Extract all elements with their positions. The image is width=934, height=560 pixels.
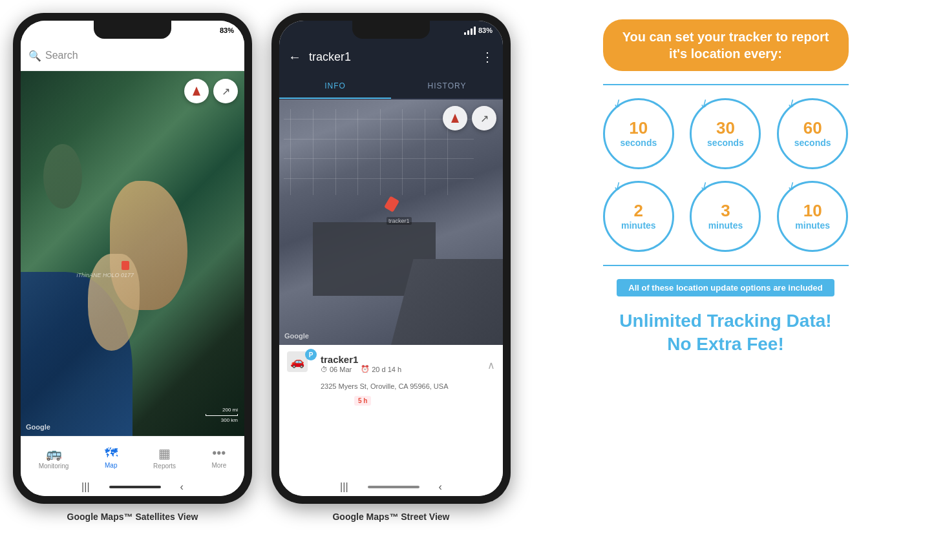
share-button[interactable]: ↗ (213, 79, 238, 103)
circle-3-minutes: ↙ 3 minutes (690, 181, 761, 252)
circle-wrap-3: ↙ 60 seconds (777, 98, 849, 169)
circle-number-5: 3 (721, 202, 730, 219)
scale-text-1: 200 mi (222, 407, 238, 413)
satellite-background: ↗ iThinANE HOLO 0177 Google 200 mi 300 k… (21, 71, 244, 436)
phone1-notch (94, 21, 171, 39)
headline-box: You can set your tracker to report it's … (603, 19, 849, 71)
phone2-frame: 83% ← tracker1 ⋮ INFO HISTORY (271, 13, 511, 504)
headline-text: You can set your tracker to report it's … (622, 28, 829, 62)
map-icon: 🗺 (105, 446, 118, 461)
search-icon: 🔍 (28, 50, 40, 61)
phone1-screen: 83% 🔍 Search (21, 21, 244, 496)
teal-divider-top (603, 84, 849, 85)
nav-map[interactable]: 🗺 Map (100, 443, 123, 472)
nav-more-label: More (211, 462, 226, 469)
parking-badge: P (305, 349, 317, 360)
back-gesture-icon: ||| (81, 481, 89, 493)
nav-reports-label: Reports (153, 462, 176, 470)
circle-unit-2: seconds (707, 138, 744, 148)
circle-60-seconds: ↙ 60 seconds (777, 98, 848, 169)
circle-wrap-5: ↙ 3 minutes (690, 181, 761, 252)
home-bar-2[interactable] (368, 486, 419, 488)
date-meta: ⏱ 06 Mar (321, 366, 352, 373)
compass-arrow-icon-2 (451, 114, 459, 123)
tracker-title: tracker1 (309, 50, 473, 64)
tracker-map-label: tracker1 (387, 217, 412, 225)
tracker-name: tracker1 (321, 354, 481, 365)
home-bar[interactable] (109, 486, 161, 488)
unlimited-line1: Unlimited Tracking Data! (619, 309, 831, 333)
time-badge: 5 h (354, 396, 371, 406)
nav-monitoring[interactable]: 🚌 Monitoring (34, 443, 74, 472)
phone2-home-indicator: ||| ‹ (279, 478, 503, 496)
circle-unit-5: minutes (708, 220, 743, 231)
unlimited-text: Unlimited Tracking Data! No Extra Fee! (619, 309, 831, 357)
phone2-header: ← tracker1 ⋮ (279, 40, 503, 74)
phone2-map-area[interactable]: tracker1 ↗ Google (279, 99, 503, 345)
circle-arrow-1: ↙ (610, 95, 625, 112)
phone2-wrapper: 83% ← tracker1 ⋮ INFO HISTORY (271, 13, 511, 522)
phone2-gesture-bar: ||| ‹ (340, 481, 442, 493)
expand-button[interactable]: ∧ (487, 359, 495, 371)
phone2-info-panel: 🚗 P tracker1 ⏱ 06 Mar ⏰ (279, 345, 503, 478)
circle-wrap-4: ↙ 2 minutes (603, 181, 675, 252)
terrain-patch-3 (43, 144, 82, 209)
circle-wrap-6: ↙ 10 minutes (777, 181, 849, 252)
phone1-frame: 83% 🔍 Search (13, 13, 252, 504)
phone1-search-bar[interactable]: 🔍 Search (21, 40, 244, 71)
reports-icon: ▦ (158, 446, 171, 461)
included-badge: All of these location update options are… (617, 279, 834, 296)
terrain-patch-2 (88, 254, 140, 351)
tab-history[interactable]: HISTORY (391, 74, 503, 98)
timer-icon: ⏰ (361, 365, 370, 373)
share-icon: ↗ (222, 85, 230, 98)
car-marker-icon (122, 261, 129, 270)
forward-gesture-icon: ‹ (180, 481, 184, 493)
phone2-notch (352, 21, 430, 39)
duration-meta: ⏰ 20 d 14 h (361, 365, 401, 373)
circle-arrow-2: ↙ (697, 95, 712, 112)
phones-section: 83% 🔍 Search (0, 0, 524, 528)
circle-number-4: 2 (634, 202, 643, 219)
phone1-caption: Google Maps™ Satellites View (67, 512, 198, 522)
phone1-gesture-bar: ||| ‹ (81, 481, 184, 493)
phone1-wrapper: 83% 🔍 Search (13, 13, 252, 522)
scale-text-2: 300 km (221, 417, 238, 423)
more-menu-button[interactable]: ⋮ (481, 49, 494, 65)
nav-more[interactable]: ••• More (206, 443, 231, 472)
tracker-address: 2325 Myers St, Oroville, CA 95966, USA (321, 382, 495, 390)
circle-number-6: 10 (803, 202, 822, 219)
scale-line (206, 414, 238, 416)
nav-map-label: Map (105, 462, 117, 469)
circle-arrow-3: ↙ (784, 95, 800, 112)
aerial-background: tracker1 ↗ Google (279, 99, 503, 345)
circle-unit-4: minutes (621, 220, 656, 231)
circle-wrap-2: ↙ 30 seconds (690, 98, 761, 169)
circle-number-3: 60 (803, 119, 822, 136)
circles-grid: ↙ 10 seconds ↙ 30 seconds ↙ 60 seconds ↙… (603, 98, 849, 252)
phone1-home-indicator: ||| ‹ (21, 478, 244, 496)
scale-bar: 200 mi 300 km (206, 407, 238, 423)
unlimited-line2: No Extra Fee! (619, 333, 831, 356)
compass-arrow-icon (193, 87, 200, 96)
nav-reports[interactable]: ▦ Reports (148, 443, 181, 472)
tab-info[interactable]: INFO (279, 74, 391, 99)
phone2-tabs: INFO HISTORY (279, 74, 503, 99)
circle-arrow-4: ↙ (610, 178, 625, 195)
circle-10-minutes: ↙ 10 minutes (777, 181, 848, 252)
phone1-signal-icon (206, 26, 217, 35)
tracker-info-row: 🚗 P tracker1 ⏱ 06 Mar ⏰ (287, 351, 495, 379)
share-button-2[interactable]: ↗ (472, 106, 496, 130)
circle-2-minutes: ↙ 2 minutes (603, 181, 674, 252)
tracker-icon-wrap: 🚗 P (287, 351, 314, 379)
compass-button[interactable] (184, 79, 209, 103)
phone1-map-area[interactable]: ↗ iThinANE HOLO 0177 Google 200 mi 300 k… (21, 71, 244, 436)
circle-wrap-1: ↙ 10 seconds (603, 98, 675, 169)
tracker-date: 06 Mar (330, 366, 352, 373)
back-button[interactable]: ← (288, 50, 301, 65)
circle-unit-1: seconds (620, 138, 657, 148)
compass-button-2[interactable] (443, 106, 467, 130)
nav-monitoring-label: Monitoring (39, 462, 69, 470)
map-marker (122, 261, 131, 270)
map-label: iThinANE HOLO 0177 (77, 272, 134, 278)
